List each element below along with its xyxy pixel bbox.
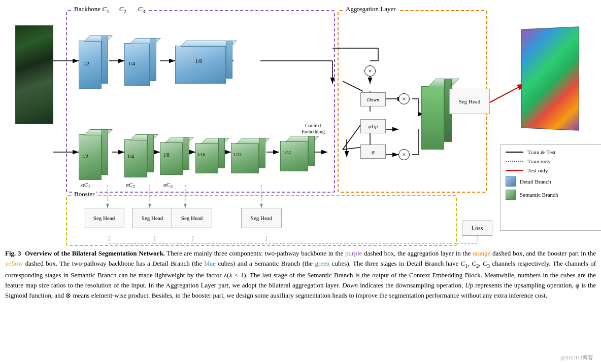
seg-head-main: Seg Head — [449, 89, 490, 114]
legend-train-only-label: Train only — [527, 158, 551, 164]
detail-cube-1-label: 1/2 — [83, 61, 89, 66]
main-container: Backbone C1 C2 C3 Aggregation Layer Boos… — [0, 0, 601, 364]
caption-text: Fig. 3 Overview of the Bilateral Segment… — [5, 248, 596, 301]
legend-line-black — [506, 152, 523, 153]
legend-train-test-label: Train & Test — [527, 149, 555, 155]
input-image — [15, 25, 53, 124]
caption-purple-word: purple — [345, 249, 362, 257]
legend-semantic-label: Semantic Branch — [520, 192, 558, 198]
phi-box: φ — [360, 144, 386, 159]
loss-box: Loss — [462, 221, 492, 236]
legend-detail-branch: Detail Branch — [506, 176, 596, 187]
legend-cube-green — [506, 190, 516, 200]
seg-head-booster-3: Seg Head — [172, 208, 212, 228]
sem-cube-1-label: 1/2 — [82, 154, 88, 159]
legend-box: Train & Test Train only Test only Detail… — [500, 144, 601, 231]
booster-label: Booster — [72, 190, 96, 198]
alpha-c3-label: αC3 — [163, 181, 173, 189]
fig-label: Fig. 3 — [5, 249, 21, 257]
agg-green-cube — [421, 79, 449, 147]
sem-cube-5-label: 1/32 — [233, 152, 242, 157]
alpha-c2-label: αC2 — [126, 181, 135, 189]
multiply-op-bottom: × — [398, 149, 410, 160]
aggregation-label: Aggregation Layer — [344, 5, 398, 13]
legend-detail-label: Detail Branch — [520, 178, 551, 185]
multiply-op-top: × — [364, 65, 376, 77]
svg-line-25 — [490, 84, 525, 102]
down-box: Down — [360, 92, 386, 106]
sem-cube-4: 1/16 — [195, 138, 223, 171]
sem-cube-2: 1/4 — [124, 134, 152, 175]
seg-head-booster-2: Seg Head — [132, 208, 173, 228]
caption-orange-word: orange — [473, 249, 490, 257]
caption-yellow-word: yellow — [5, 260, 23, 267]
sem-cube-context-label: 1/32 — [283, 150, 291, 155]
detail-cube-3: 1/8 — [175, 41, 231, 81]
caption-area: Fig. 3 Overview of the Bilateral Segment… — [5, 248, 596, 301]
detail-cube-3-label: 1/8 — [195, 58, 202, 64]
caption-green-word: green — [315, 260, 329, 267]
legend-cube-blue — [506, 176, 516, 187]
sem-cube-3-label: 1/8 — [163, 152, 170, 158]
sem-cube-3: 1/8 — [160, 137, 188, 172]
legend-train-test: Train & Test — [506, 149, 596, 155]
sem-cube-5: 1/32 — [231, 138, 264, 171]
legend-line-dashed — [506, 161, 523, 162]
legend-test-only-label: Test only — [527, 167, 548, 173]
alpha-c1-label: αC1 — [81, 181, 90, 189]
caption-title: Overview of the Bilateral Segmentation N… — [25, 249, 165, 257]
output-image — [521, 26, 579, 130]
detail-cube-2-label: 1/4 — [128, 61, 135, 66]
sem-cube-2-label: 1/4 — [127, 154, 134, 159]
detail-cube-1: 1/2 — [79, 35, 107, 86]
backbone-label: Backbone C1 C2 C3 — [72, 5, 147, 14]
detail-cube-2: 1/4 — [124, 38, 155, 84]
sem-cube-4-label: 1/16 — [197, 152, 205, 157]
legend-line-red — [506, 170, 523, 171]
sem-cube-context: 1/32 — [280, 136, 313, 169]
watermark: @51CTO博客 — [560, 354, 593, 361]
caption-blue-word: blue — [205, 260, 216, 267]
multiply-op-middle: × — [398, 93, 410, 104]
legend-test-only: Test only — [506, 167, 596, 173]
context-embedding-label: Context Embedding — [295, 123, 331, 135]
diagram-area: Backbone C1 C2 C3 Aggregation Layer Boos… — [8, 5, 593, 253]
sem-cube-1: 1/2 — [79, 129, 107, 177]
seg-head-booster-4: Seg Head — [241, 208, 282, 228]
phi-up-box: φUp — [360, 119, 386, 133]
legend-train-only: Train only — [506, 158, 596, 164]
seg-head-booster-1: Seg Head — [84, 208, 124, 228]
legend-semantic-branch: Semantic Branch — [506, 190, 596, 200]
